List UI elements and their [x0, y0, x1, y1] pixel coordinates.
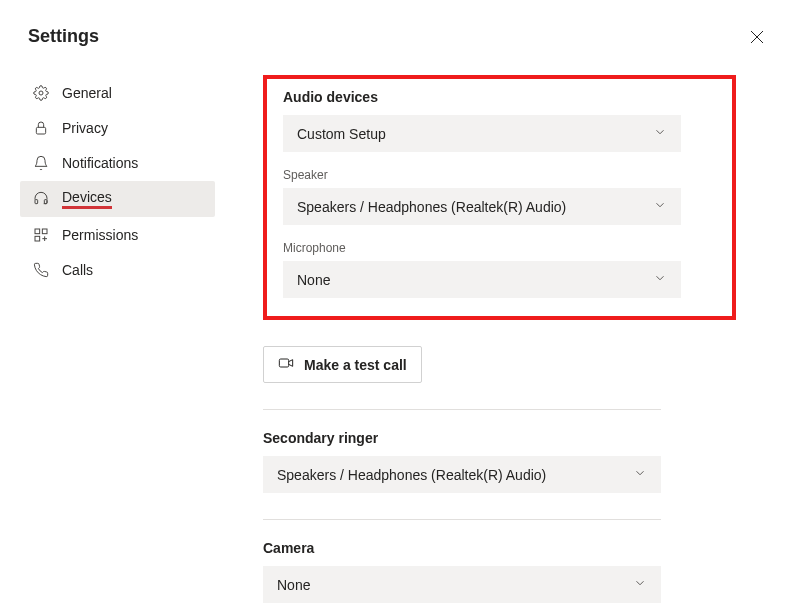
- chevron-down-icon: [653, 125, 667, 142]
- phone-icon: [32, 261, 50, 279]
- dropdown-value: Speakers / Headphones (Realtek(R) Audio): [297, 199, 566, 215]
- close-icon: [750, 32, 764, 47]
- sidebar-item-permissions[interactable]: Permissions: [20, 218, 215, 252]
- sidebar-item-label: Privacy: [62, 120, 108, 136]
- close-button[interactable]: [746, 26, 768, 51]
- bell-icon: [32, 154, 50, 172]
- svg-rect-11: [279, 359, 288, 367]
- secondary-ringer-dropdown[interactable]: Speakers / Headphones (Realtek(R) Audio): [263, 456, 661, 493]
- sidebar-item-general[interactable]: General: [20, 76, 215, 110]
- gear-icon: [32, 84, 50, 102]
- lock-icon: [32, 119, 50, 137]
- dropdown-value: None: [277, 577, 310, 593]
- audio-devices-title: Audio devices: [283, 89, 716, 105]
- camera-dropdown[interactable]: None: [263, 566, 661, 603]
- sidebar-item-privacy[interactable]: Privacy: [20, 111, 215, 145]
- sidebar-item-label: Notifications: [62, 155, 138, 171]
- apps-icon: [32, 226, 50, 244]
- sidebar-item-calls[interactable]: Calls: [20, 253, 215, 287]
- chevron-down-icon: [633, 576, 647, 593]
- speaker-dropdown[interactable]: Speakers / Headphones (Realtek(R) Audio): [283, 188, 681, 225]
- svg-rect-7: [42, 229, 47, 234]
- test-call-label: Make a test call: [304, 357, 407, 373]
- secondary-ringer-title: Secondary ringer: [263, 430, 661, 446]
- dropdown-value: None: [297, 272, 330, 288]
- chevron-down-icon: [653, 271, 667, 288]
- svg-point-2: [39, 91, 43, 95]
- chevron-down-icon: [653, 198, 667, 215]
- camera-title: Camera: [263, 540, 661, 556]
- divider: [263, 409, 661, 410]
- sidebar-item-label: Calls: [62, 262, 93, 278]
- microphone-dropdown[interactable]: None: [283, 261, 681, 298]
- sidebar-item-notifications[interactable]: Notifications: [20, 146, 215, 180]
- speaker-label: Speaker: [283, 168, 716, 182]
- dropdown-value: Speakers / Headphones (Realtek(R) Audio): [277, 467, 546, 483]
- audio-devices-highlight: Audio devices Custom Setup Speaker Speak…: [263, 75, 736, 320]
- sidebar-item-devices[interactable]: Devices: [20, 181, 215, 217]
- test-call-icon: [278, 355, 294, 374]
- sidebar-item-label: Permissions: [62, 227, 138, 243]
- dropdown-value: Custom Setup: [297, 126, 386, 142]
- main-content: Audio devices Custom Setup Speaker Speak…: [215, 75, 796, 603]
- svg-rect-6: [35, 229, 40, 234]
- svg-rect-3: [36, 127, 45, 134]
- sidebar-item-label: General: [62, 85, 112, 101]
- headset-icon: [32, 190, 50, 208]
- page-title: Settings: [28, 26, 99, 47]
- svg-rect-5: [44, 200, 47, 204]
- sidebar-item-label: Devices: [62, 189, 112, 205]
- svg-rect-8: [35, 236, 40, 241]
- sidebar: General Privacy Notifications: [0, 75, 215, 603]
- microphone-label: Microphone: [283, 241, 716, 255]
- audio-device-dropdown[interactable]: Custom Setup: [283, 115, 681, 152]
- chevron-down-icon: [633, 466, 647, 483]
- divider: [263, 519, 661, 520]
- svg-rect-4: [35, 200, 38, 204]
- make-test-call-button[interactable]: Make a test call: [263, 346, 422, 383]
